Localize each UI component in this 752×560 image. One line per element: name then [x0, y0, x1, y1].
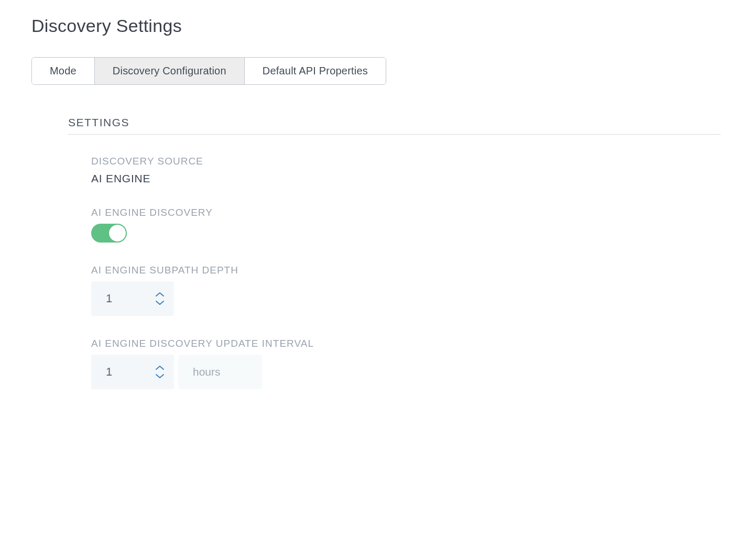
chevron-up-icon: [155, 292, 165, 297]
page-title: Discovery Settings: [31, 16, 721, 36]
stepper-arrows: [155, 365, 165, 379]
increment-button[interactable]: [155, 365, 165, 370]
field-subpath-depth: AI ENGINE SUBPATH DEPTH 1: [91, 265, 721, 316]
ai-engine-discovery-toggle[interactable]: [91, 224, 127, 243]
field-label: DISCOVERY SOURCE: [91, 156, 721, 167]
toggle-knob: [109, 225, 126, 241]
field-label: AI ENGINE SUBPATH DEPTH: [91, 265, 721, 276]
decrement-button[interactable]: [155, 300, 165, 305]
chevron-down-icon: [155, 300, 165, 305]
update-interval-stepper[interactable]: 1: [91, 355, 174, 389]
update-interval-unit[interactable]: hours: [178, 355, 262, 389]
field-value: AI ENGINE: [91, 172, 721, 185]
stepper-arrows: [155, 292, 165, 305]
increment-button[interactable]: [155, 292, 165, 297]
tabs: Mode Discovery Configuration Default API…: [31, 57, 386, 85]
tab-default-api-properties[interactable]: Default API Properties: [244, 58, 386, 84]
field-update-interval: AI ENGINE DISCOVERY UPDATE INTERVAL 1 ho…: [91, 338, 721, 389]
section-heading: SETTINGS: [68, 116, 721, 135]
field-label: AI ENGINE DISCOVERY UPDATE INTERVAL: [91, 338, 721, 349]
decrement-button[interactable]: [155, 374, 165, 379]
stepper-value: 1: [106, 365, 112, 379]
stepper-value: 1: [106, 292, 112, 305]
settings-panel: SETTINGS DISCOVERY SOURCE AI ENGINE AI E…: [31, 116, 721, 389]
fields-container: DISCOVERY SOURCE AI ENGINE AI ENGINE DIS…: [68, 156, 721, 389]
field-label: AI ENGINE DISCOVERY: [91, 207, 721, 218]
subpath-depth-stepper[interactable]: 1: [91, 281, 174, 316]
tab-discovery-configuration[interactable]: Discovery Configuration: [94, 58, 244, 84]
chevron-up-icon: [155, 365, 165, 370]
field-discovery-source: DISCOVERY SOURCE AI ENGINE: [91, 156, 721, 185]
chevron-down-icon: [155, 374, 165, 379]
tab-mode[interactable]: Mode: [32, 58, 94, 84]
field-ai-engine-discovery: AI ENGINE DISCOVERY: [91, 207, 721, 243]
